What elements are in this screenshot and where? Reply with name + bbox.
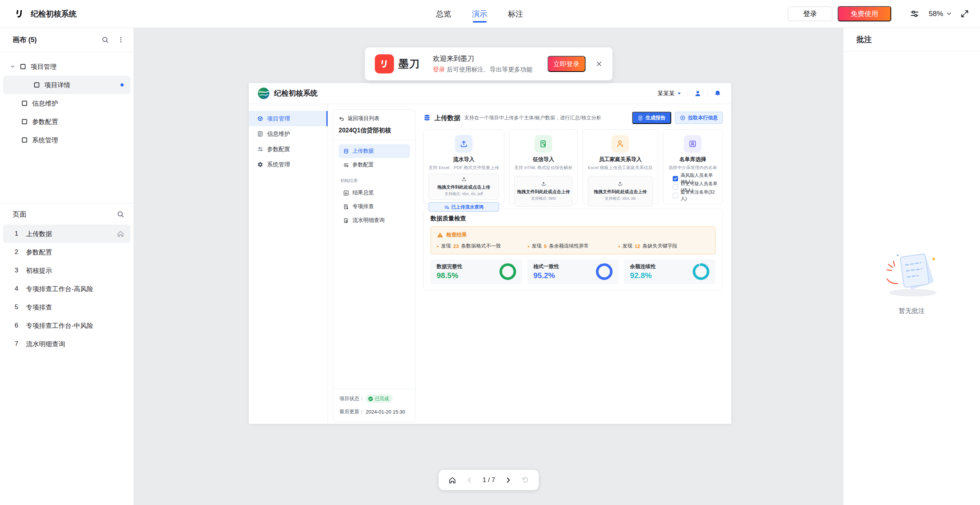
home-icon[interactable]: [448, 476, 457, 484]
finding-prefix: 发现: [532, 243, 542, 249]
tree-item-label: 参数配置: [32, 117, 58, 126]
app-body: 项目管理 信息维护 参数配置: [249, 104, 731, 424]
login-link[interactable]: 登录: [433, 66, 445, 73]
generate-report-button[interactable]: 生成报告: [632, 112, 671, 124]
panel-menu-flow-detail[interactable]: 流水明细查询: [339, 213, 410, 227]
annotation-panel: 批注: [843, 28, 980, 505]
page-number: 6: [12, 322, 21, 329]
page-row-6[interactable]: 6 专项排查工作台-中风险: [3, 316, 130, 335]
frame-icon: [34, 82, 40, 88]
tree-item-project-detail[interactable]: 项目详情: [3, 76, 130, 94]
app-nav-project-management[interactable]: 项目管理: [249, 111, 328, 126]
donut-ring: [693, 263, 709, 280]
upload-cards: 流水导入 支持 Excel、PDF 格式文件批量上传 拖拽文件到此处或点击上传 …: [423, 129, 723, 204]
nav-label: 项目管理: [267, 115, 290, 122]
panel-menu-special-check[interactable]: 专项排查: [339, 200, 410, 213]
panel-menu-param-config[interactable]: 参数配置: [339, 158, 410, 172]
reset-icon[interactable]: [521, 476, 529, 484]
empty-annotations-label: 暂无批注: [843, 306, 980, 315]
app-nav-system-management[interactable]: 系统管理: [249, 157, 328, 172]
checkbox-checked-icon[interactable]: [673, 176, 678, 181]
free-use-button[interactable]: 免费使用: [838, 6, 891, 21]
user-menu[interactable]: 某某某: [657, 90, 682, 97]
page-label: 专项排查工作台-高风险: [26, 285, 93, 293]
page-row-7[interactable]: 7 流水明细查询: [3, 335, 130, 353]
page-row-1[interactable]: 1 上传数据: [3, 225, 130, 243]
uploaded-flow-query-button[interactable]: 已上传流水查询: [429, 202, 499, 212]
canvas-list-title: 画布 (5): [13, 35, 37, 44]
frame-icon: [20, 64, 26, 70]
search-icon[interactable]: [101, 36, 109, 44]
tree-item-info-maintenance[interactable]: 信息维护: [3, 94, 130, 112]
tab-annotate[interactable]: 标注: [508, 0, 523, 28]
settings-sliders-icon[interactable]: [910, 9, 920, 19]
panel-menu-label: 流水明细查询: [352, 217, 385, 224]
app-nav-param-config[interactable]: 参数配置: [249, 142, 328, 157]
page-row-2[interactable]: 2 参数配置: [3, 243, 130, 261]
more-kebab-icon[interactable]: [117, 36, 124, 44]
login-now-button[interactable]: 立即登录: [547, 56, 585, 72]
annotation-empty-state: 暂无批注: [843, 242, 980, 315]
page-label: 上传数据: [26, 230, 52, 238]
page-row-4[interactable]: 4 专项排查工作台-高风险: [3, 280, 130, 298]
bar-chart-icon: [343, 190, 349, 196]
page-label: 参数配置: [26, 248, 52, 257]
donut-ring: [596, 263, 613, 280]
app-nav-info-maintenance[interactable]: 信息维护: [249, 126, 328, 142]
banner-title: 欢迎来到墨刀: [433, 54, 532, 63]
bell-icon[interactable]: [714, 90, 721, 97]
sliders-icon: [257, 146, 263, 152]
metric-value: 98.5%: [437, 271, 463, 280]
user-icon[interactable]: [694, 90, 701, 97]
flow-dropzone[interactable]: 拖拽文件到此处或点击上传 支持格式: xlsx, xls, pdf: [429, 174, 499, 200]
tab-present[interactable]: 演示: [472, 0, 487, 28]
sliders-dot-icon: [343, 162, 349, 168]
checkbox-unchecked-icon[interactable]: [673, 193, 678, 198]
banner-subtitle: 登录 后可使用标注、导出等更多功能: [433, 66, 532, 74]
page-label: 流水明细查询: [26, 340, 65, 349]
tab-overview[interactable]: 总览: [436, 0, 451, 28]
metric-label: 格式一致性: [533, 263, 559, 270]
topbar: 纪检初核系统 总览 演示 标注 登录 免费使用 58%: [0, 0, 980, 28]
tree-item-param-config[interactable]: 参数配置: [3, 112, 130, 131]
back-to-project-list[interactable]: 返回项目列表: [339, 115, 410, 122]
gear-icon: [257, 161, 263, 168]
current-canvas-dot: [121, 83, 124, 86]
topbar-right: 登录 免费使用 58%: [788, 6, 980, 21]
zoom-level-control[interactable]: 58%: [929, 10, 952, 18]
login-button[interactable]: 登录: [788, 7, 832, 21]
donut-ring: [499, 263, 516, 280]
close-icon[interactable]: [595, 60, 602, 67]
panel-menu-results-overview[interactable]: 结果总览: [339, 186, 410, 200]
finding-prefix: 发现: [441, 243, 451, 249]
prev-page-icon[interactable]: [466, 477, 473, 484]
card-list-select: 名单库选择 选择中介库管理内的名单 高风险人员名单(68人): [663, 129, 723, 204]
option-label: 监管关注名单(32人): [681, 189, 717, 202]
id-badge-icon: [684, 135, 701, 153]
nav-label: 系统管理: [267, 161, 290, 168]
divider: [333, 140, 415, 140]
family-dropzone[interactable]: 拖拽文件到此处或点击上传 支持格式: xlsx, xls: [588, 176, 652, 207]
page-row-5[interactable]: 5 专项排查: [3, 298, 130, 316]
chevron-down-icon[interactable]: [10, 64, 15, 69]
option-regulator-watch[interactable]: 监管关注名单(32人): [673, 191, 717, 200]
fullscreen-icon[interactable]: [960, 9, 969, 18]
next-page-icon[interactable]: [505, 477, 512, 484]
home-page-icon: [117, 230, 124, 238]
page-row-3[interactable]: 3 初核提示: [3, 261, 130, 280]
tree-item-label: 项目详情: [44, 81, 70, 90]
finding-suffix: 条数据格式不一致: [461, 243, 501, 249]
workspace: 画布 (5) 项目管理: [0, 28, 980, 505]
tree-item-system-management[interactable]: 系统管理: [3, 131, 130, 149]
finding-missing: • 发现 12 条缺失关键字段: [618, 243, 709, 249]
panel-menu-label: 参数配置: [352, 161, 374, 168]
database-icon: [423, 114, 431, 122]
credit-dropzone[interactable]: 拖拽文件到此处或点击上传 支持格式: html: [514, 176, 572, 207]
pull-bank-info-button[interactable]: 拉取本行信息: [675, 112, 723, 124]
panel-menu-upload-data[interactable]: 上传数据: [339, 144, 410, 158]
tree-item-project-management[interactable]: 项目管理: [3, 57, 130, 76]
checkbox-unchecked-icon[interactable]: [673, 184, 678, 190]
metric-continuity: 余额连续性 92.8%: [624, 259, 716, 284]
canvas-tree: 项目管理 项目详情 信息维护 参数配置: [0, 52, 134, 203]
search-icon[interactable]: [117, 210, 124, 218]
